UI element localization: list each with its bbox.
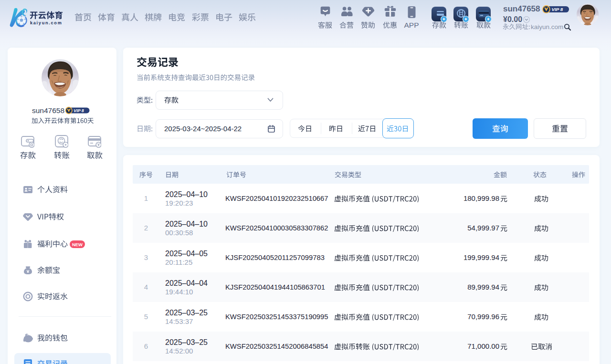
svg-text:VIP 8: VIP 8 <box>74 108 84 113</box>
svg-text:VIP 8: VIP 8 <box>552 7 563 12</box>
